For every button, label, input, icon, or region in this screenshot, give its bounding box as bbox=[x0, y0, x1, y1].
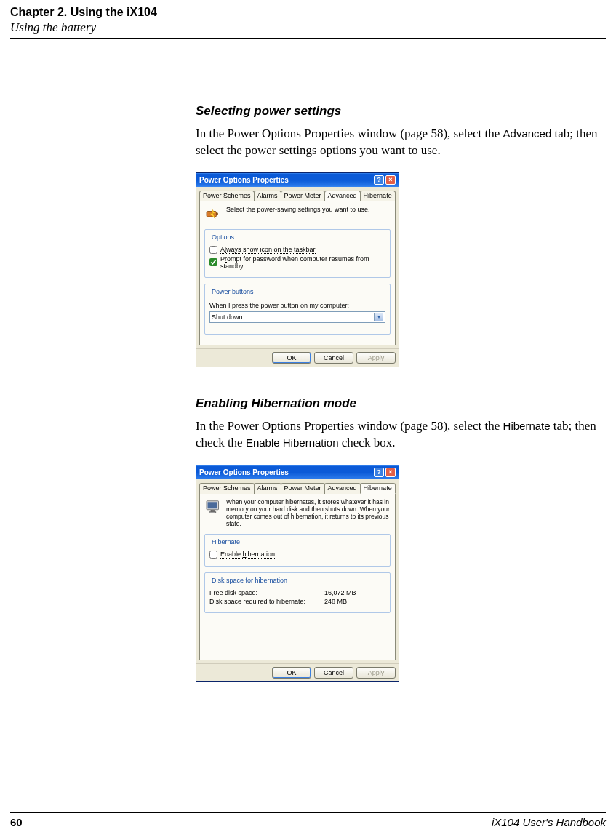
checkbox-enable-hibernation[interactable]: Enable hibernation bbox=[209, 551, 385, 559]
text: check box. bbox=[339, 436, 396, 449]
para-enabling-hibernation: In the Power Options Properties window (… bbox=[196, 418, 599, 452]
svg-rect-3 bbox=[208, 502, 218, 508]
window-title: Power Options Properties bbox=[199, 176, 289, 184]
tab-row: Power Schemes Alarms Power Meter Advance… bbox=[196, 187, 399, 201]
text: In the Power Options Properties window (… bbox=[196, 419, 503, 433]
group-title-disk-space: Disk space for hibernation bbox=[209, 577, 289, 584]
tab-alarms[interactable]: Alarms bbox=[254, 191, 281, 201]
t: ompt for password when computer resumes … bbox=[220, 255, 369, 270]
apply-button[interactable]: Apply bbox=[356, 352, 396, 364]
t: Enable bbox=[220, 551, 243, 558]
ok-button[interactable]: OK bbox=[272, 667, 311, 679]
titlebar[interactable]: Power Options Properties ? × bbox=[196, 465, 399, 479]
group-power-buttons: Power buttons When I press the power but… bbox=[204, 284, 391, 335]
dialog-description: When your computer hibernates, it stores… bbox=[226, 498, 391, 528]
checkbox-show-icon[interactable]: Always show icon on the taskbar bbox=[209, 246, 385, 254]
footer-rule bbox=[10, 812, 606, 813]
tab-hibernate[interactable]: Hibernate bbox=[360, 191, 396, 201]
t: ibernation bbox=[247, 551, 276, 558]
group-title-hibernate: Hibernate bbox=[209, 538, 242, 545]
monitor-icon bbox=[204, 498, 222, 516]
group-disk-space: Disk space for hibernation Free disk spa… bbox=[204, 572, 391, 613]
dialog-description: Select the power-saving settings you wan… bbox=[226, 206, 370, 213]
value-free-disk: 16,072 MB bbox=[324, 589, 356, 596]
ok-button[interactable]: OK bbox=[272, 352, 311, 364]
group-hibernate: Hibernate Enable hibernation bbox=[204, 534, 391, 567]
label-power-button: When I press the power button on my comp… bbox=[209, 302, 385, 309]
apply-button[interactable]: Apply bbox=[356, 667, 396, 679]
section-subtitle: Using the battery bbox=[10, 20, 606, 35]
tab-power-meter[interactable]: Power Meter bbox=[281, 483, 325, 494]
tab-advanced[interactable]: Advanced bbox=[324, 191, 361, 201]
text-hibernate: Hibernate bbox=[503, 420, 551, 432]
tab-row: Power Schemes Alarms Power Meter Advance… bbox=[196, 479, 399, 493]
text-enable-hibernation: Enable Hibernation bbox=[246, 436, 339, 449]
group-title-power-buttons: Power buttons bbox=[209, 288, 256, 295]
label-required-disk: Disk space required to hibernate: bbox=[209, 598, 311, 605]
svg-rect-1 bbox=[217, 213, 218, 215]
svg-rect-5 bbox=[209, 512, 216, 513]
heading-enabling-hibernation: Enabling Hibernation mode bbox=[196, 396, 599, 411]
dialog-footer: OK Cancel Apply bbox=[196, 663, 399, 681]
checkbox-prompt-password[interactable]: Prompt for password when computer resume… bbox=[209, 255, 385, 270]
page-footer: 60 iX104 User's Handbook bbox=[10, 811, 606, 828]
tab-hibernate[interactable]: Hibernate bbox=[360, 483, 396, 494]
value-required-disk: 248 MB bbox=[324, 598, 347, 605]
cancel-button[interactable]: Cancel bbox=[314, 667, 353, 679]
dialog-footer: OK Cancel Apply bbox=[196, 348, 399, 367]
tab-alarms[interactable]: Alarms bbox=[254, 483, 281, 494]
para-selecting-power: In the Power Options Properties window (… bbox=[196, 126, 599, 159]
tab-power-schemes[interactable]: Power Schemes bbox=[199, 483, 255, 494]
select-power-button-action[interactable]: Shut down ▾ bbox=[209, 311, 385, 323]
window-title: Power Options Properties bbox=[199, 468, 289, 476]
tab-advanced[interactable]: Advanced bbox=[324, 483, 361, 494]
close-button[interactable]: × bbox=[385, 468, 396, 477]
titlebar[interactable]: Power Options Properties ? × bbox=[196, 173, 399, 187]
close-button[interactable]: × bbox=[385, 175, 396, 185]
heading-selecting-power: Selecting power settings bbox=[196, 104, 599, 119]
tab-panel-advanced: Select the power-saving settings you wan… bbox=[199, 201, 396, 345]
chevron-down-icon: ▾ bbox=[374, 313, 383, 321]
tab-panel-hibernate: When your computer hibernates, it stores… bbox=[199, 493, 396, 660]
dialog-power-options-advanced: Power Options Properties ? × Power Schem… bbox=[196, 172, 399, 367]
page-number: 60 bbox=[10, 816, 23, 828]
label-free-disk: Free disk space: bbox=[209, 589, 311, 596]
battery-icon bbox=[204, 206, 222, 223]
cancel-button[interactable]: Cancel bbox=[314, 352, 353, 364]
group-title-options: Options bbox=[209, 233, 236, 241]
text: In the Power Options Properties window (… bbox=[196, 127, 503, 140]
group-options: Options Always show icon on the taskbar … bbox=[204, 229, 391, 278]
t: ways show icon on the taskbar bbox=[226, 246, 316, 253]
tab-power-schemes[interactable]: Power Schemes bbox=[199, 191, 255, 201]
book-title: iX104 User's Handbook bbox=[492, 816, 606, 828]
chapter-title: Chapter 2. Using the iX104 bbox=[10, 6, 606, 19]
tab-power-meter[interactable]: Power Meter bbox=[281, 191, 325, 201]
help-button[interactable]: ? bbox=[374, 175, 384, 185]
dialog-power-options-hibernate: Power Options Properties ? × Power Schem… bbox=[196, 465, 399, 682]
help-button[interactable]: ? bbox=[374, 468, 384, 477]
select-value: Shut down bbox=[212, 313, 243, 321]
text-advanced: Advanced bbox=[503, 127, 552, 140]
